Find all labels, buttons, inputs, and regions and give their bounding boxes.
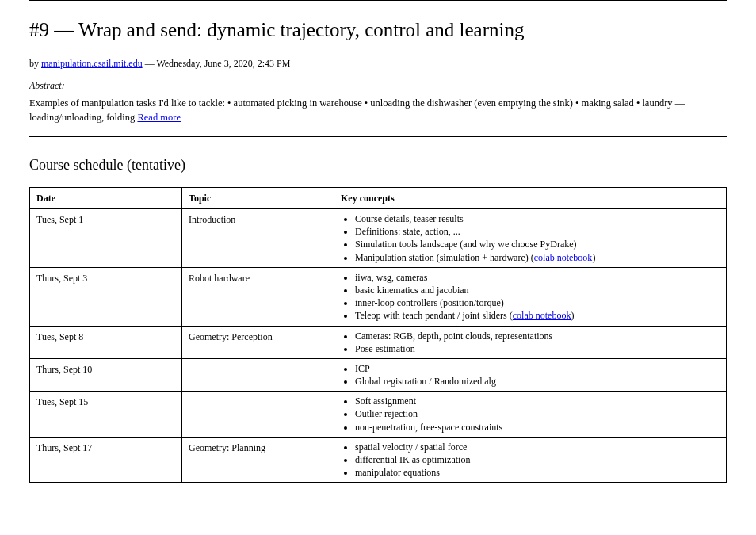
table-row: Thurs, Sept 17Geometry: Planningspatial …	[30, 437, 727, 483]
cell-concepts: Course details, teaser resultsDefinition…	[334, 209, 727, 268]
byline: by manipulation.csail.mit.edu — Wednesda…	[29, 56, 727, 71]
list-item: Cameras: RGB, depth, point clouds, repre…	[355, 330, 720, 342]
list-item: inner-loop controllers (position/torque)	[355, 296, 720, 309]
list-item: Simulation tools landscape (and why we c…	[355, 238, 720, 250]
list-item: manipulator equations	[355, 466, 720, 479]
cell-date: Tues, Sept 15	[30, 392, 182, 438]
col-concepts: Key concepts	[334, 188, 727, 209]
list-item: iiwa, wsg, cameras	[355, 271, 720, 284]
cell-date: Tues, Sept 1	[30, 209, 182, 268]
list-item: basic kinematics and jacobian	[355, 284, 720, 296]
list-item: differential IK as optimization	[355, 453, 720, 466]
list-item: Global registration / Randomized alg	[355, 375, 720, 388]
list-item: ICP	[355, 362, 720, 375]
read-more-link[interactable]: Read more	[137, 112, 181, 123]
byline-author-link[interactable]: manipulation.csail.mit.edu	[41, 58, 143, 69]
list-item: Definitions: state, action, ...	[355, 225, 720, 238]
cell-concepts: Cameras: RGB, depth, point clouds, repre…	[334, 326, 727, 358]
cell-topic: Geometry: Planning	[182, 437, 334, 483]
cell-concepts: iiwa, wsg, camerasbasic kinematics and j…	[334, 267, 727, 326]
byline-date: — Wednesday, June 3, 2020, 2:43 PM	[145, 58, 291, 69]
cell-topic: Introduction	[182, 209, 334, 268]
table-row: Tues, Sept 8Geometry: PerceptionCameras:…	[30, 326, 727, 358]
table-row: Tues, Sept 1IntroductionCourse details, …	[30, 209, 727, 268]
cell-concepts: ICPGlobal registration / Randomized alg	[334, 358, 727, 391]
notebook-link[interactable]: colab notebook	[534, 252, 593, 263]
cell-date: Tues, Sept 8	[30, 326, 182, 358]
abstract-label: Abstract:	[29, 78, 727, 93]
col-date: Date	[30, 188, 182, 209]
cell-topic	[182, 392, 334, 438]
abstract-text: Examples of manipulation tasks I'd like …	[29, 97, 685, 124]
table-row: Thurs, Sept 3Robot hardwareiiwa, wsg, ca…	[30, 267, 727, 326]
cell-topic	[182, 358, 334, 391]
cell-date: Thurs, Sept 10	[30, 358, 182, 391]
col-topic: Topic	[182, 188, 334, 209]
abstract-body: Examples of manipulation tasks I'd like …	[29, 96, 727, 126]
cell-topic: Geometry: Perception	[182, 326, 334, 358]
table-row: Thurs, Sept 10ICPGlobal registration / R…	[30, 358, 727, 391]
cell-topic: Robot hardware	[182, 267, 334, 326]
post-block: #9 — Wrap and send: dynamic trajectory, …	[29, 1, 727, 136]
post-title: #9 — Wrap and send: dynamic trajectory, …	[29, 15, 727, 45]
list-item: Teleop with teach pendant / joint slider…	[355, 309, 720, 322]
list-item: Soft assignment	[355, 395, 720, 407]
list-item: spatial velocity / spatial force	[355, 441, 720, 453]
list-item: non-penetration, free-space constraints	[355, 421, 720, 434]
cell-concepts: Soft assignmentOutlier rejectionnon-pene…	[334, 392, 727, 438]
byline-prefix: by	[29, 58, 41, 69]
cell-date: Thurs, Sept 3	[30, 267, 182, 326]
schedule-heading: Course schedule (tentative)	[29, 155, 727, 176]
table-header-row: Date Topic Key concepts	[30, 188, 727, 209]
cell-concepts: spatial velocity / spatial forcedifferen…	[334, 437, 727, 483]
list-item: Pose estimation	[355, 342, 720, 355]
list-item: Manipulation station (simulation + hardw…	[355, 251, 720, 264]
schedule-table: Date Topic Key concepts Tues, Sept 1Intr…	[29, 187, 727, 483]
table-row: Tues, Sept 15Soft assignmentOutlier reje…	[30, 392, 727, 438]
notebook-link[interactable]: colab notebook	[513, 310, 571, 321]
cell-date: Thurs, Sept 17	[30, 437, 182, 483]
section-rule-bottom	[29, 136, 727, 137]
list-item: Course details, teaser results	[355, 212, 720, 225]
list-item: Outlier rejection	[355, 407, 720, 420]
